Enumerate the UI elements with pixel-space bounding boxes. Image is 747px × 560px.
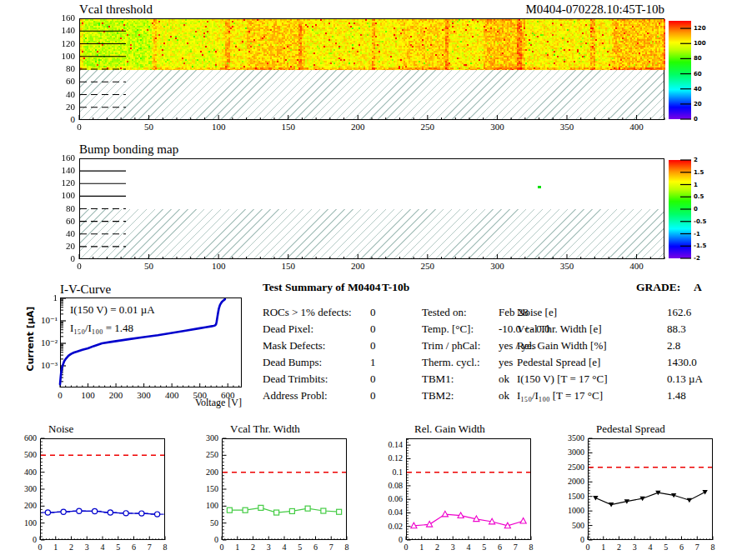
vcal-map-frame xyxy=(79,18,664,120)
x-tick-label: 0 xyxy=(581,542,594,552)
x-tick-label: 0 xyxy=(399,542,413,552)
x-tick-label: 0 xyxy=(215,542,228,552)
colorbar-tick-label: 80 xyxy=(694,55,702,62)
defect-value: 0 xyxy=(370,306,376,319)
y-tick-label: 0.02 xyxy=(374,522,403,532)
y-tick-label: 3500 xyxy=(555,433,584,443)
y-tick-label: 600 xyxy=(8,433,37,443)
module-id-title: M0404-070228.10:45T-10b xyxy=(417,2,664,17)
defect-value: 0 xyxy=(370,372,376,386)
y-tick-label: 300 xyxy=(8,484,37,494)
bump-map-title: Bump bonding map xyxy=(79,142,178,157)
vcal-width-plot-title: Vcal Thr. Width xyxy=(230,422,300,436)
y-tick-label: 0 xyxy=(555,535,584,545)
x-tick-label: 6 xyxy=(128,542,141,552)
result-value: 1430.0 xyxy=(667,356,697,369)
iv-x-tick-label: 200 xyxy=(103,390,128,401)
iv-y-tick-label: 1 xyxy=(36,292,58,303)
x-tick-label: 350 xyxy=(554,122,579,132)
y-tick-label: 300 xyxy=(189,433,218,443)
iv-x-tick-label: 600 xyxy=(215,390,240,401)
summary-title: Test Summary of M0404 xyxy=(263,281,381,294)
y-tick-label: 200 xyxy=(189,468,218,478)
colorbar-tick-label: 120 xyxy=(694,25,706,32)
x-tick-label: 100 xyxy=(206,261,231,272)
defect-label: ROCs > 1% defects: xyxy=(263,306,352,319)
defect-label: Dead Pixel: xyxy=(263,322,313,336)
condition-label: Trim / phCal: xyxy=(422,339,480,352)
x-tick-label: 1 xyxy=(49,542,63,552)
result-value: 1.48 xyxy=(667,389,686,402)
result-label: Vcal Thr. Width [e] xyxy=(517,322,602,336)
defect-value: 1 xyxy=(370,356,376,369)
result-value: 2.8 xyxy=(667,339,680,352)
y-tick-label: 3000 xyxy=(555,448,584,458)
x-tick-label: 1 xyxy=(597,542,610,552)
result-label: Noise [e] xyxy=(517,306,557,319)
y-tick-label: 40 xyxy=(45,89,75,100)
x-tick-label: 100 xyxy=(206,122,231,132)
colorbar-tick-label: 40 xyxy=(694,86,702,92)
result-label: I₁₅₀/I₁₀₀ [T = 17 °C] xyxy=(517,389,603,402)
defect-label: Mask Defects: xyxy=(263,339,325,352)
iv-x-tick-label: 300 xyxy=(132,390,157,401)
y-tick-label: 1500 xyxy=(555,492,584,502)
condition-label: Temp. [°C]: xyxy=(422,322,474,336)
gain-width-plot-title: Rel. Gain Width xyxy=(414,422,485,436)
x-tick-label: 7 xyxy=(324,542,338,552)
condition-value: ok xyxy=(499,389,509,402)
x-tick-label: 2 xyxy=(431,542,444,552)
x-tick-label: 5 xyxy=(478,542,491,552)
pedestal-plot-title: Pedestal Spread xyxy=(596,422,665,436)
condition-label: TBM2: xyxy=(422,389,454,402)
x-tick-label: 4 xyxy=(644,542,657,552)
y-tick-label: 0.1 xyxy=(374,468,403,478)
x-tick-label: 8 xyxy=(158,542,172,552)
defect-value: 0 xyxy=(370,339,376,352)
colorbar-tick-label: 0 xyxy=(694,116,698,122)
x-tick-label: 3 xyxy=(446,542,459,552)
x-tick-label: 2 xyxy=(65,542,78,552)
x-tick-label: 5 xyxy=(293,542,307,552)
pedestal-plot-frame xyxy=(588,438,713,540)
y-tick-label: 50 xyxy=(189,518,218,528)
x-tick-label: 250 xyxy=(415,122,440,132)
defect-label: Address Probl: xyxy=(263,389,328,402)
iv-x-tick-label: 0 xyxy=(48,390,73,401)
x-tick-label: 6 xyxy=(494,542,507,552)
y-tick-label: 120 xyxy=(45,178,75,188)
x-tick-label: 250 xyxy=(415,261,440,272)
grade-value: A xyxy=(694,281,702,294)
bump-map-hatched-region xyxy=(80,209,664,258)
x-tick-label: 400 xyxy=(624,261,649,272)
y-tick-label: 2000 xyxy=(555,477,584,487)
y-tick-label: 150 xyxy=(189,484,218,494)
y-tick-label: 120 xyxy=(45,38,75,49)
y-tick-label: 500 xyxy=(555,521,584,531)
x-tick-label: 7 xyxy=(690,542,704,552)
iv-annotation-current: I(150 V) = 0.01 µA xyxy=(70,303,155,317)
x-tick-label: 50 xyxy=(137,261,162,272)
y-tick-label: 60 xyxy=(45,76,75,87)
x-tick-label: 150 xyxy=(276,122,301,132)
defect-value: 0 xyxy=(370,389,376,402)
iv-x-tick-label: 500 xyxy=(188,390,213,401)
y-tick-label: 40 xyxy=(45,228,75,239)
x-tick-label: 8 xyxy=(340,542,353,552)
colorbar-tick-label: 100 xyxy=(694,40,706,47)
condition-label: Tested on: xyxy=(422,306,467,319)
condition-value: ok xyxy=(499,372,509,386)
y-tick-label: 80 xyxy=(45,203,75,214)
gain-width-plot-frame xyxy=(406,438,531,540)
colorbar-tick-label: 0.5 xyxy=(694,193,704,200)
vcal-map-title: Vcal threshold xyxy=(79,2,153,17)
colorbar-tick-label: 1.5 xyxy=(694,169,704,176)
y-tick-label: 200 xyxy=(8,501,37,511)
x-tick-label: 300 xyxy=(484,122,509,132)
y-tick-label: 0.04 xyxy=(374,508,403,518)
y-tick-label: 160 xyxy=(45,152,75,163)
iv-x-tick-label: 400 xyxy=(159,390,184,401)
x-tick-label: 6 xyxy=(675,542,689,552)
x-tick-label: 7 xyxy=(143,542,156,552)
summary-module-type: T-10b xyxy=(382,281,409,294)
